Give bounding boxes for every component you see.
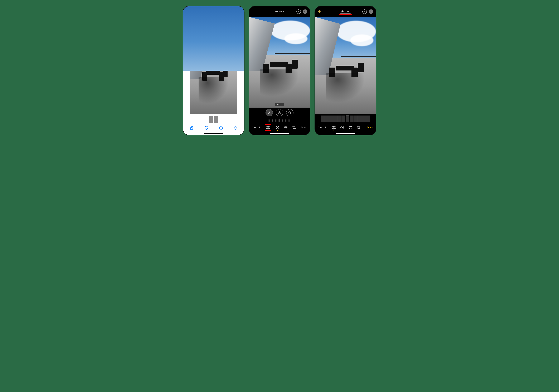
delete-button[interactable]: [234, 126, 237, 130]
edit-header: LIVE: [315, 6, 376, 17]
home-indicator[interactable]: [183, 132, 244, 135]
live-tab-button[interactable]: [265, 124, 271, 131]
svg-point-16: [269, 111, 269, 111]
chevron-left-icon[interactable]: 〈: [318, 117, 321, 120]
more-button[interactable]: [369, 9, 373, 14]
keyframe[interactable]: [325, 115, 329, 122]
svg-point-39: [342, 127, 343, 128]
svg-point-13: [305, 11, 305, 12]
photo-viewport[interactable]: [315, 17, 376, 114]
screen-edit-adjust: ADJUST AUTO: [249, 6, 310, 135]
filters-tab-button[interactable]: [349, 126, 352, 130]
bottom-toolbar: [183, 124, 244, 132]
screen-edit-live: LIVE 〈: [315, 6, 376, 135]
svg-point-20: [268, 127, 269, 128]
svg-point-33: [371, 11, 371, 12]
svg-point-12: [304, 11, 305, 12]
auto-enhance-button[interactable]: [266, 109, 273, 116]
svg-point-32: [370, 11, 371, 12]
crop-tab-button[interactable]: [292, 126, 296, 130]
svg-rect-11: [221, 128, 221, 129]
adjust-tab-button[interactable]: [276, 126, 280, 130]
favorite-button[interactable]: [204, 126, 208, 130]
keyframe[interactable]: [362, 115, 366, 122]
adjust-slider[interactable]: [249, 118, 310, 123]
keyframe[interactable]: [337, 115, 341, 122]
keyframe[interactable]: [342, 115, 345, 122]
edit-mode-title: ADJUST: [275, 10, 284, 13]
keyframe[interactable]: [321, 115, 325, 122]
svg-point-24: [277, 127, 278, 128]
keyframe[interactable]: [329, 115, 333, 122]
svg-point-35: [334, 127, 335, 128]
thumbnail[interactable]: [214, 116, 218, 123]
screen-photo-view: 13:23 Kharkiv 1 May 2021 14:40 Edit: [183, 6, 244, 135]
done-button[interactable]: Done: [301, 126, 307, 129]
svg-point-10: [221, 127, 221, 127]
home-indicator[interactable]: [249, 132, 310, 135]
markup-button[interactable]: [362, 9, 367, 14]
adjust-tab-button[interactable]: [340, 126, 344, 130]
keyframe[interactable]: [354, 115, 358, 122]
live-toggle-button[interactable]: LIVE: [340, 10, 351, 14]
photo-viewport[interactable]: AUTO: [249, 17, 310, 108]
cancel-button[interactable]: Cancel: [252, 126, 260, 129]
svg-point-34: [372, 11, 372, 12]
info-button[interactable]: [219, 126, 223, 130]
markup-button[interactable]: [297, 9, 301, 14]
edit-header: ADJUST: [249, 6, 310, 17]
keyframe-strip[interactable]: 〈 〉: [315, 114, 376, 123]
keyframe[interactable]: [358, 115, 362, 122]
live-toggle-label: LIVE: [345, 10, 350, 13]
svg-point-15: [268, 112, 268, 112]
svg-point-14: [306, 11, 306, 12]
home-indicator[interactable]: [315, 132, 376, 135]
share-button[interactable]: [190, 126, 194, 130]
keyframe-selected[interactable]: [345, 115, 349, 122]
svg-point-17: [268, 112, 268, 112]
live-toggle-highlight: LIVE: [339, 9, 352, 15]
brilliance-button[interactable]: [286, 109, 293, 116]
auto-adjust-label: AUTO: [275, 103, 284, 106]
thumbnail[interactable]: [209, 116, 214, 123]
filters-tab-button[interactable]: [284, 126, 288, 130]
more-button[interactable]: [303, 9, 307, 14]
edit-bottom-bar: Cancel Done: [315, 123, 376, 132]
mute-button[interactable]: [318, 10, 321, 13]
keyframe[interactable]: [350, 115, 354, 122]
adjust-controls: [249, 108, 310, 118]
chevron-right-icon[interactable]: 〉: [370, 117, 373, 120]
crop-tab-button[interactable]: [357, 126, 361, 130]
cancel-button[interactable]: Cancel: [318, 126, 326, 129]
exposure-button[interactable]: [276, 109, 283, 116]
keyframe[interactable]: [366, 115, 370, 122]
done-button[interactable]: Done: [367, 126, 373, 129]
photo: [315, 17, 376, 114]
thumbnail-strip[interactable]: [183, 115, 244, 124]
keyframe[interactable]: [333, 115, 337, 122]
live-tab-button[interactable]: [332, 126, 336, 130]
photo: [249, 17, 310, 108]
edit-bottom-bar: Cancel Done: [249, 123, 310, 132]
